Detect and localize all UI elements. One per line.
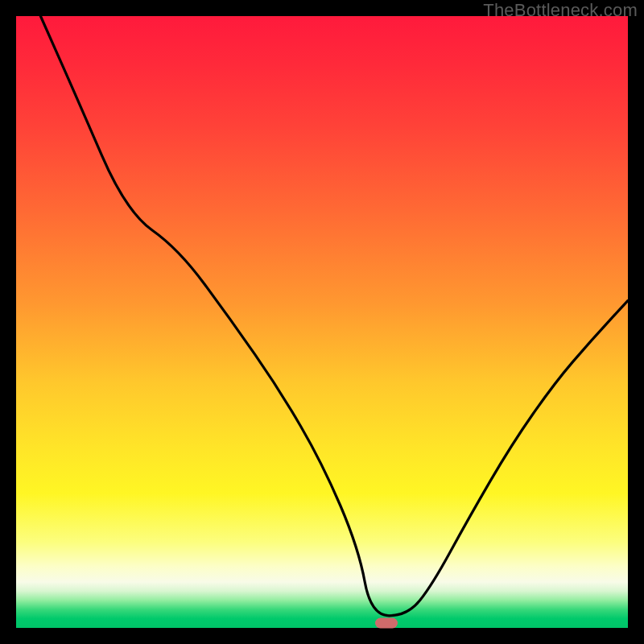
chart-frame: TheBottleneck.com bbox=[0, 0, 644, 644]
optimal-point-marker bbox=[375, 617, 398, 628]
bottleneck-curve bbox=[16, 16, 628, 628]
